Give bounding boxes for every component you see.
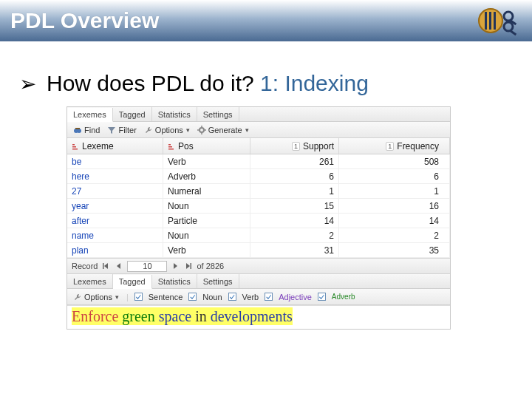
tool-label: Generate [208,126,242,134]
col-label: Support [303,141,334,151]
word-adjective[interactable]: green [122,308,154,324]
table-row[interactable]: hereAdverb66 [67,169,450,184]
tab-lexemes[interactable]: Lexemes [67,108,113,122]
filter-verb-label: Verb [242,293,259,301]
tab2-statistics[interactable]: Statistics [152,274,197,288]
col-lexeme[interactable]: Lexeme [67,138,163,154]
tool-label: Find [84,126,100,134]
cell-support: 31 [250,243,339,257]
logo-icon [470,4,522,37]
svg-rect-23 [191,263,192,269]
checkbox-verb[interactable] [228,293,236,301]
cell-lexeme: name [67,228,163,242]
table-row[interactable]: beVerb261508 [67,154,450,169]
svg-rect-18 [72,149,78,150]
chevron-down-icon: ▾ [115,293,119,301]
filter-bar: Options▾ | Sentence Noun Verb Adjective … [67,289,450,305]
cell-pos: Verb [163,154,250,168]
svg-point-11 [200,128,204,132]
col-support[interactable]: 1 Support [250,138,339,154]
grid-body: beVerb261508 hereAdverb66 27Numeral11 ye… [67,154,450,258]
nav-prev-button[interactable] [114,261,124,271]
table-row[interactable]: nameNoun22 [67,228,450,243]
tool-label: Filter [118,126,136,134]
checkbox-adjective[interactable] [265,293,273,301]
bullet-text-wrap: How does PDL do it? 1: Indexing [47,71,369,96]
filter-button[interactable]: Filter [106,126,137,134]
svg-rect-3 [494,12,496,30]
tab-label: Statistics [158,277,191,286]
find-button[interactable]: Find [72,126,101,134]
cell-support: 15 [250,199,339,213]
col-frequency[interactable]: 1 Frequency [339,138,450,154]
cell-frequency: 1 [339,184,450,198]
svg-rect-1 [485,12,487,30]
chevron-down-icon: ▾ [245,126,249,134]
table-row[interactable]: afterParticle1414 [67,214,450,228]
svg-rect-20 [168,146,172,148]
table-row[interactable]: planVerb3135 [67,243,450,258]
tabs-lower: Lexemes Tagged Statistics Settings [67,274,450,289]
tab2-lexemes[interactable]: Lexemes [67,274,113,288]
svg-rect-2 [489,12,491,30]
col-pos[interactable]: Pos [163,138,250,154]
cell-pos: Adverb [163,169,250,183]
gear-icon [197,126,206,134]
nav-current-input[interactable]: 10 [127,261,167,272]
tool-label: Options [84,293,112,301]
col-label: Frequency [397,141,439,151]
generate-button[interactable]: Generate▾ [196,126,250,134]
bullet-arrow-icon: ➢ [19,72,36,96]
col-label: Lexeme [82,141,114,151]
checkbox-adverb[interactable] [318,293,326,301]
toolbar-upper: Find Filter Options▾ Generate▾ [67,122,450,138]
table-row[interactable]: yearNoun1516 [67,199,450,214]
tab-tagged[interactable]: Tagged [113,107,152,121]
wrench-icon [144,126,153,134]
cell-lexeme: plan [67,243,163,257]
tab-settings[interactable]: Settings [197,107,239,121]
tab-label: Tagged [119,110,146,119]
cell-support: 1 [250,184,339,198]
funnel-icon [107,126,116,134]
checkbox-noun[interactable] [188,293,197,301]
cell-pos: Verb [163,243,250,257]
checkbox-sentence[interactable] [134,293,143,301]
svg-rect-21 [168,149,174,150]
svg-rect-19 [168,144,171,146]
wrench-icon [73,293,82,301]
svg-rect-22 [103,263,104,269]
col-count: 1 [386,142,394,151]
word-verb[interactable]: Enforce [72,308,118,324]
cell-support: 6 [250,169,339,183]
cell-pos: Numeral [163,184,250,198]
cell-pos: Noun [163,199,250,213]
tab2-tagged[interactable]: Tagged [113,275,152,289]
filter-noun-label: Noun [202,293,222,301]
cell-frequency: 35 [339,243,450,257]
filter-options-button[interactable]: Options▾ [72,293,120,301]
tab-statistics[interactable]: Statistics [152,107,197,121]
slide-body: ➢ How does PDL do it? 1: Indexing Lexeme… [0,41,532,330]
sort-icon [168,143,175,150]
cell-lexeme: after [67,214,163,228]
word-noun[interactable]: developments [211,308,293,324]
divider: | [126,293,129,301]
cell-frequency: 6 [339,169,450,183]
nav-last-button[interactable] [183,261,194,271]
svg-rect-17 [72,146,76,148]
col-label: Pos [178,141,194,151]
cell-support: 14 [250,214,339,228]
nav-first-button[interactable] [100,261,111,271]
table-row[interactable]: 27Numeral11 [67,184,450,199]
tab-label: Lexemes [73,110,106,119]
word-particle[interactable]: in [195,308,207,324]
svg-rect-10 [75,128,80,129]
filter-adjective-label: Adjective [279,293,312,301]
tab2-settings[interactable]: Settings [197,274,239,288]
nav-next-button[interactable] [170,261,180,271]
tab-label: Tagged [119,277,146,286]
options-button[interactable]: Options▾ [143,126,191,134]
word-noun[interactable]: space [159,308,191,324]
svg-rect-16 [72,144,75,146]
